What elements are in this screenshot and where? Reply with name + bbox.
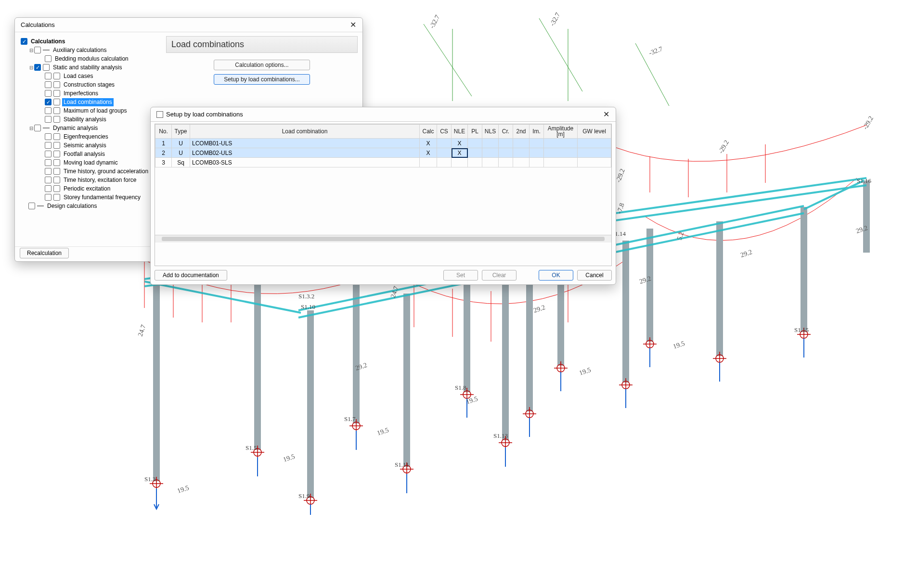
tree-static[interactable]: ⊟ ✓ Static and stability analysis (20, 63, 162, 72)
add-to-documentation-button[interactable]: Add to documentation (155, 270, 227, 281)
checkbox-icon[interactable] (45, 133, 52, 140)
cell-snd[interactable] (513, 148, 529, 158)
cell-lc[interactable]: LCOMB02-ULS (190, 148, 420, 158)
cell-calc[interactable]: X (420, 139, 437, 148)
checkbox-icon[interactable] (45, 168, 52, 175)
checkbox-icon[interactable] (45, 55, 52, 62)
dialog-calculations-titlebar[interactable]: Calculations ✕ (15, 18, 362, 32)
col-no[interactable]: No. (155, 125, 172, 139)
tree-movingdyn[interactable]: Moving load dynamic (20, 158, 162, 167)
tree-stability[interactable]: Stability analysis (20, 115, 162, 124)
table-row[interactable]: 2ULCOMB02-ULSXX (155, 148, 611, 158)
checkbox-icon[interactable] (34, 125, 41, 131)
checkbox-icon[interactable] (53, 151, 60, 157)
scrollbar-thumb[interactable] (162, 237, 605, 241)
cell-amp[interactable] (544, 158, 578, 167)
col-type[interactable]: Type (172, 125, 190, 139)
checkbox-icon[interactable] (34, 47, 41, 53)
checkbox-icon[interactable] (45, 107, 52, 114)
checkbox-icon[interactable] (45, 159, 52, 166)
calculations-tree[interactable]: ✓ Calculations ⊟ Auxiliary calculations … (20, 36, 162, 243)
col-lc[interactable]: Load combination (190, 125, 420, 139)
col-calc[interactable]: Calc (420, 125, 437, 139)
cell-nls[interactable] (482, 148, 499, 158)
cell-no[interactable]: 3 (155, 158, 172, 167)
collapse-icon[interactable]: ⊟ (28, 124, 34, 132)
cell-no[interactable]: 2 (155, 148, 172, 158)
checkbox-icon[interactable]: ✓ (45, 99, 52, 105)
cell-cr[interactable] (499, 139, 513, 148)
checkbox-icon[interactable] (53, 177, 60, 183)
checkbox-icon[interactable] (43, 64, 50, 71)
cell-calc[interactable] (420, 158, 437, 167)
checkbox-icon[interactable] (53, 159, 60, 166)
cell-pl[interactable] (468, 158, 482, 167)
checkbox-icon[interactable] (53, 168, 60, 175)
cell-lc[interactable]: LCOMB03-SLS (190, 158, 420, 167)
tree-maxgroups[interactable]: Maximum of load groups (20, 106, 162, 115)
tree-seismic[interactable]: Seismic analysis (20, 141, 162, 150)
cell-nls[interactable] (482, 158, 499, 167)
col-2nd[interactable]: 2nd (513, 125, 529, 139)
cell-nle[interactable]: X (452, 139, 468, 148)
cell-nls[interactable] (482, 139, 499, 148)
checkbox-icon[interactable] (45, 142, 52, 149)
cell-gw[interactable] (578, 158, 611, 167)
cell-cr[interactable] (499, 158, 513, 167)
col-gw[interactable]: GW level (578, 125, 611, 139)
checkbox-icon[interactable] (53, 107, 60, 114)
setup-by-load-combinations-button[interactable]: Setup by load combinations... (214, 74, 310, 85)
cell-cr[interactable] (499, 148, 513, 158)
close-icon[interactable]: ✕ (600, 109, 612, 120)
load-combinations-grid[interactable]: No. Type Load combination Calc CS NLE PL… (155, 124, 612, 266)
tree-design[interactable]: Design calculations (20, 202, 162, 210)
cancel-button[interactable]: Cancel (577, 270, 612, 281)
cell-gw[interactable] (578, 139, 611, 148)
tree-periodic[interactable]: Periodic excitation (20, 184, 162, 193)
cell-nle[interactable]: X (452, 148, 468, 158)
tree-root[interactable]: ✓ Calculations (20, 37, 162, 46)
checkbox-icon[interactable] (53, 81, 60, 88)
tree-loadcases[interactable]: Load cases (20, 72, 162, 80)
collapse-icon[interactable]: ⊟ (28, 46, 34, 54)
checkbox-icon[interactable] (45, 116, 52, 123)
checkbox-icon[interactable] (45, 185, 52, 192)
collapse-icon[interactable]: ⊟ (28, 64, 34, 72)
cell-im[interactable] (529, 139, 544, 148)
checkbox-icon[interactable] (45, 90, 52, 97)
col-nls[interactable]: NLS (482, 125, 499, 139)
cell-cs[interactable] (437, 148, 452, 158)
checkbox-icon[interactable] (53, 194, 60, 201)
cell-im[interactable] (529, 148, 544, 158)
cell-snd[interactable] (513, 158, 529, 167)
checkbox-icon[interactable] (53, 116, 60, 123)
checkbox-icon[interactable]: ✓ (34, 64, 41, 71)
tree-constr[interactable]: Construction stages (20, 80, 162, 89)
cell-amp[interactable] (544, 139, 578, 148)
checkbox-icon[interactable]: ✓ (21, 38, 27, 45)
checkbox-icon[interactable] (53, 99, 60, 105)
table-row[interactable]: 3SqLCOMB03-SLS (155, 158, 611, 167)
tree-storey[interactable]: Storey fundamental frequency (20, 193, 162, 202)
checkbox-icon[interactable] (45, 177, 52, 183)
checkbox-icon[interactable] (28, 203, 35, 209)
tree-loadcomb[interactable]: ✓ Load combinations (20, 98, 162, 106)
tree-bedding[interactable]: Bedding modulus calculation (20, 54, 162, 63)
col-im[interactable]: Im. (529, 125, 544, 139)
cell-nle[interactable] (452, 158, 468, 167)
cell-pl[interactable] (468, 139, 482, 148)
col-pl[interactable]: PL (468, 125, 482, 139)
checkbox-icon[interactable] (53, 185, 60, 192)
checkbox-icon[interactable] (53, 90, 60, 97)
cell-no[interactable]: 1 (155, 139, 172, 148)
col-amp[interactable]: Amplitude [m] (544, 125, 578, 139)
dialog-setup-titlebar[interactable]: Setup by load combinations ✕ (151, 107, 616, 122)
checkbox-icon[interactable] (53, 142, 60, 149)
cell-calc[interactable]: X (420, 148, 437, 158)
tree-auxiliary[interactable]: ⊟ Auxiliary calculations (20, 46, 162, 54)
set-button[interactable]: Set (443, 270, 478, 281)
checkbox-icon[interactable] (45, 73, 52, 79)
tree-th-ground[interactable]: Time history, ground acceleration (20, 167, 162, 176)
cell-lc[interactable]: LCOMB01-ULS (190, 139, 420, 148)
horizontal-scrollbar[interactable] (155, 235, 611, 243)
